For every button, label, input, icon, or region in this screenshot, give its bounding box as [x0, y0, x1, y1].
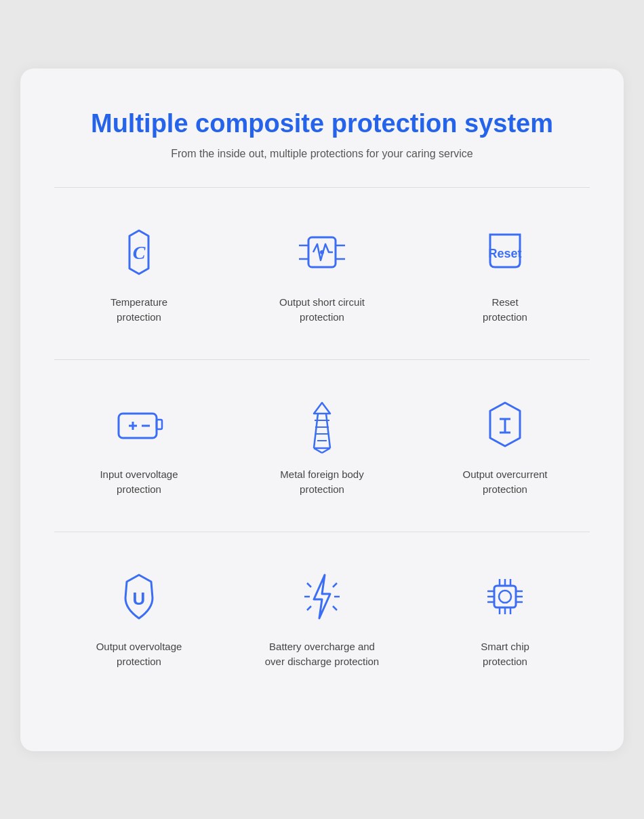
item-battery-overcharge: Battery overcharge andover discharge pro…	[237, 566, 407, 670]
divider-mid1	[54, 359, 590, 360]
section-3: U Output overvoltageprotection	[54, 566, 590, 670]
svg-marker-28	[314, 575, 330, 618]
svg-rect-9	[157, 420, 162, 429]
item-smart-chip: Smart chipprotection	[420, 566, 590, 670]
svg-line-34	[333, 606, 337, 610]
section-2: Input overvoltageprotection	[54, 394, 590, 498]
screw-icon-wrap	[291, 394, 353, 455]
item-overvoltage-out: U Output overvoltageprotection	[54, 566, 224, 670]
divider-mid2	[54, 532, 590, 532]
lightning-icon	[295, 570, 349, 624]
overvoltage-icon: U	[112, 570, 166, 624]
metal-foreign-label: Metal foreign bodyprotection	[280, 467, 363, 498]
item-overvoltage-in: Input overvoltageprotection	[54, 394, 224, 498]
short-circuit-label: Output short circuitprotection	[279, 295, 365, 325]
divider-top	[54, 187, 590, 188]
overcurrent-label: Output overcurrentprotection	[462, 467, 547, 498]
temperature-icon: C	[112, 225, 166, 279]
battery-icon	[112, 397, 166, 452]
smart-chip-label: Smart chipprotection	[481, 639, 529, 670]
overcurrent-icon-wrap	[475, 394, 536, 455]
svg-text:C: C	[133, 242, 146, 263]
chip-icon-wrap	[475, 566, 536, 627]
temperature-label: Temperatureprotection	[110, 295, 167, 325]
circuit-icon-wrap	[291, 222, 353, 283]
lightning-icon-wrap	[291, 566, 353, 627]
screw-icon	[295, 397, 349, 452]
svg-rect-8	[119, 414, 157, 438]
grid-2: Input overvoltageprotection	[54, 394, 590, 498]
svg-line-15	[326, 414, 330, 448]
reset-icon: Reset	[478, 225, 532, 279]
chip-icon	[478, 570, 532, 624]
svg-marker-13	[314, 403, 330, 414]
main-card: Multiple composite protection system Fro…	[20, 68, 624, 751]
svg-text:Reset: Reset	[488, 247, 521, 260]
item-overcurrent: Output overcurrentprotection	[420, 394, 590, 498]
reset-label: Resetprotection	[483, 295, 527, 325]
page-title: Multiple composite protection system	[54, 109, 590, 138]
overvoltage-out-label: Output overvoltageprotection	[96, 639, 182, 670]
circuit-icon	[295, 225, 349, 279]
svg-line-14	[314, 414, 318, 448]
battery-overcharge-label: Battery overcharge andover discharge pro…	[265, 639, 379, 670]
item-reset: Reset Resetprotection	[420, 222, 590, 325]
svg-line-31	[307, 606, 311, 610]
overcurrent-icon	[478, 397, 532, 452]
svg-text:U: U	[133, 588, 146, 609]
svg-line-32	[333, 583, 337, 587]
item-temperature: C Temperatureprotection	[54, 222, 224, 325]
grid-1: C Temperatureprotection	[54, 222, 590, 325]
item-short-circuit: Output short circuitprotection	[237, 222, 407, 325]
svg-rect-35	[494, 586, 516, 607]
grid-3: U Output overvoltageprotection	[54, 566, 590, 670]
svg-point-36	[499, 591, 511, 603]
reset-icon-wrap: Reset	[475, 222, 536, 283]
section-1: C Temperatureprotection	[54, 222, 590, 325]
svg-line-29	[307, 583, 311, 587]
page-subtitle: From the inside out, multiple protection…	[54, 148, 590, 160]
battery-icon-wrap	[108, 394, 169, 455]
svg-point-6	[320, 250, 324, 254]
item-metal-foreign: Metal foreign bodyprotection	[237, 394, 407, 498]
overvoltage-in-label: Input overvoltageprotection	[100, 467, 178, 498]
overvoltage-icon-wrap: U	[108, 566, 169, 627]
temperature-icon-wrap: C	[108, 222, 169, 283]
